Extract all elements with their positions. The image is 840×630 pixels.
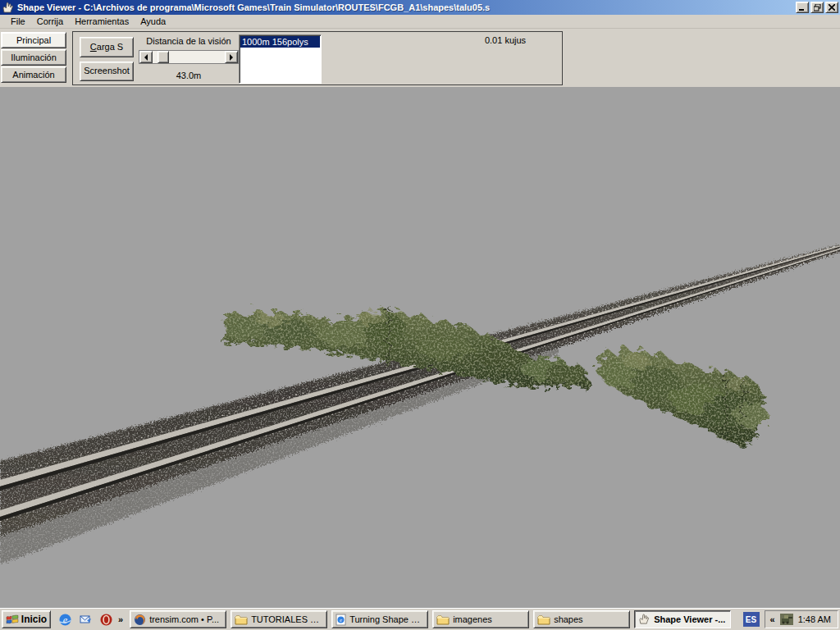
start-label: Inicio (21, 614, 47, 625)
menu-bar: File Corrija Herramientas Ayuda (0, 15, 840, 29)
svg-text:e: e (62, 614, 67, 625)
slider-left-arrow-icon[interactable] (139, 51, 153, 63)
task-buttons: trensim.com • P... TUTORIALES D... e Tur… (130, 610, 731, 628)
view-distance-value: 43.0m (137, 71, 240, 80)
restore-button[interactable] (810, 2, 824, 13)
taskbar-item-imagenes[interactable]: imagenes (432, 610, 529, 628)
folder-icon (235, 614, 248, 625)
slider-right-arrow-icon[interactable] (225, 51, 238, 63)
performance-readout: 0.01 kujus (452, 35, 559, 45)
lod-item[interactable]: 1000m 156polys (240, 36, 320, 48)
lod-listbox[interactable]: 1000m 156polys (239, 34, 322, 84)
load-shape-button[interactable]: Carga S (80, 37, 134, 57)
taskbar-item-shape-viewer[interactable]: Shape Viewer -... (634, 610, 731, 628)
menu-corrija[interactable]: Corrija (31, 16, 69, 27)
taskbar-item-trensim[interactable]: trensim.com • P... (130, 610, 226, 628)
view-distance-slider[interactable] (139, 50, 239, 64)
window-title: Shape Viewer - C:\Archivos de programa\M… (17, 2, 792, 12)
close-button[interactable] (825, 2, 838, 13)
taskbar-right-zone: ES « 1:48 AM (743, 610, 838, 628)
tab-principal[interactable]: Principal (1, 32, 66, 48)
ie-document-icon: e (336, 614, 346, 626)
folder-icon (537, 614, 550, 625)
system-tray: « 1:48 AM (765, 610, 838, 628)
svg-text:e: e (340, 617, 342, 623)
tray-collapse-chevron[interactable]: « (770, 614, 775, 624)
scene-canvas (0, 87, 840, 608)
taskbar-item-tutoriales[interactable]: TUTORIALES D... (231, 610, 327, 628)
opera-icon[interactable] (98, 612, 113, 627)
view-distance-label: Distancia de la visión (137, 36, 240, 46)
tray-app-icon[interactable] (780, 614, 793, 625)
vegetation-hedge-right (596, 346, 767, 446)
slider-thumb[interactable] (158, 51, 169, 63)
language-indicator[interactable]: ES (743, 612, 760, 627)
outlook-express-icon[interactable] (78, 612, 93, 627)
shape-3d-viewport[interactable] (0, 87, 840, 608)
tab-iluminacion[interactable]: Iluminación (1, 49, 66, 66)
menu-herramientas[interactable]: Herramientas (69, 16, 135, 27)
tool-panel: Carga S Screenshot Distancia de la visió… (72, 31, 563, 85)
menu-file[interactable]: File (5, 16, 31, 27)
toolbar-row: Principal Iluminación Animación Carga S … (0, 30, 840, 87)
screenshot-button[interactable]: Screenshot (80, 62, 134, 81)
shape-viewer-icon (638, 614, 651, 625)
start-button[interactable]: Inicio (2, 610, 51, 628)
quick-launch-overflow-chevron[interactable]: » (118, 614, 123, 624)
clock[interactable]: 1:48 AM (798, 614, 831, 624)
tab-animacion[interactable]: Animación (1, 66, 66, 83)
taskbar: Inicio e » (0, 608, 840, 630)
taskbar-item-shapes[interactable]: shapes (533, 610, 630, 628)
folder-icon (436, 614, 450, 625)
menu-ayuda[interactable]: Ayuda (135, 16, 171, 27)
shape-viewer-app-icon (2, 2, 15, 14)
minimize-button[interactable] (796, 2, 809, 13)
quick-launch: e (57, 612, 113, 627)
title-bar[interactable]: Shape Viewer - C:\Archivos de programa\M… (0, 0, 840, 15)
firefox-icon (134, 614, 146, 626)
internet-explorer-icon[interactable]: e (57, 612, 72, 627)
windows-logo-icon (6, 614, 19, 625)
side-tabs: Principal Iluminación Animación (1, 32, 68, 84)
taskbar-item-turning-shape[interactable]: e Turning Shape Fi... (331, 610, 428, 628)
